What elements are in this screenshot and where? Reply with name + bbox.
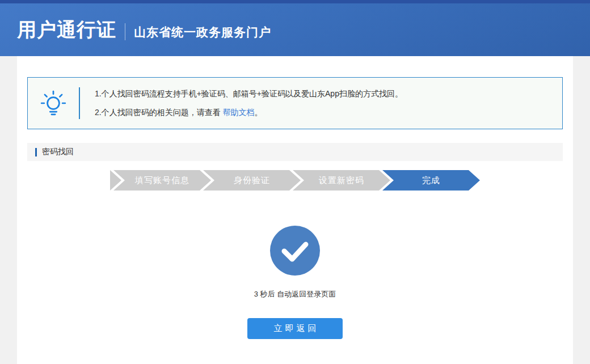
lightbulb-icon — [28, 89, 79, 117]
notice-line1: 1.个人找回密码流程支持手机+验证码、邮箱号+验证码以及爱山东App扫脸的方式找… — [95, 84, 403, 103]
notice-line2-suffix: 。 — [255, 108, 263, 117]
notice-line2: 2.个人找回密码的相关问题，请查看 帮助文档。 — [95, 103, 403, 122]
page: 用户通行证 山东省统一政务服务门户 1.个人找回密码流程 — [0, 0, 590, 364]
notice-text: 1.个人找回密码流程支持手机+验证码、邮箱号+验证码以及爱山东App扫脸的方式找… — [80, 84, 403, 122]
button-row: 立即返回 — [17, 318, 573, 339]
content-card: 1.个人找回密码流程支持手机+验证码、邮箱号+验证码以及爱山东App扫脸的方式找… — [17, 56, 573, 364]
return-now-button[interactable]: 立即返回 — [247, 318, 343, 339]
step-identity-verify: 身份验证 — [203, 170, 301, 191]
progress-steps: 填写账号信息 身份验证 设置新密码 完成 — [17, 170, 573, 191]
help-doc-link[interactable]: 帮助文档 — [223, 108, 255, 117]
checkmark-icon — [270, 226, 320, 276]
success-status-badge — [270, 226, 320, 276]
step-complete: 完成 — [382, 170, 480, 191]
step-fill-account-info: 填写账号信息 — [113, 170, 211, 191]
notice-box: 1.个人找回密码流程支持手机+验证码、邮箱号+验证码以及爱山东App扫脸的方式找… — [27, 77, 563, 129]
step-label: 设置新密码 — [319, 175, 364, 186]
step-label: 身份验证 — [234, 175, 270, 186]
section-title: 密码找回 — [42, 147, 74, 157]
countdown-text: 3 秒后 自动返回登录页面 — [17, 289, 573, 299]
section-accent-bar — [35, 148, 37, 156]
step-label: 完成 — [422, 175, 440, 186]
portal-subtitle: 山东省统一政务服务门户 — [134, 24, 271, 40]
page-title: 用户通行证 — [17, 17, 116, 43]
title-divider — [125, 23, 125, 40]
step-label: 填写账号信息 — [135, 175, 189, 186]
header: 用户通行证 山东省统一政务服务门户 — [0, 3, 590, 56]
section-bar: 密码找回 — [27, 143, 563, 161]
notice-line2-prefix: 2.个人找回密码的相关问题，请查看 — [95, 108, 223, 117]
step-set-new-password: 设置新密码 — [293, 170, 390, 191]
